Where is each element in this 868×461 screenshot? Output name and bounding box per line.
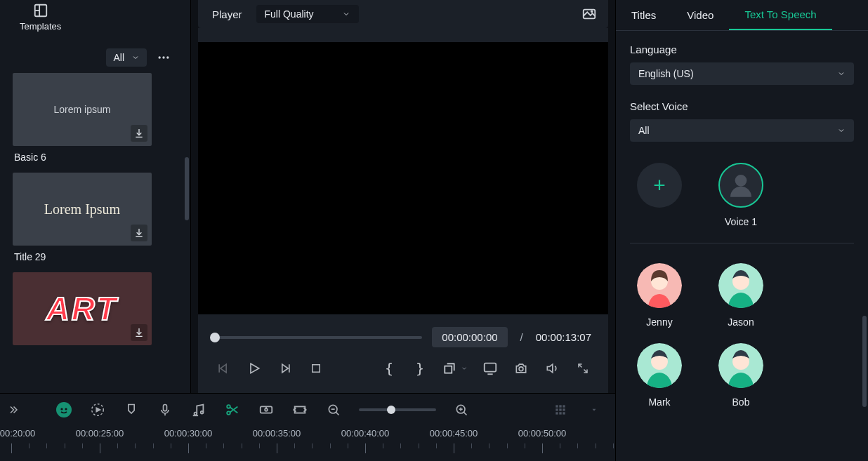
crop-dropdown[interactable] — [442, 361, 468, 375]
player-title: Player — [198, 8, 256, 20]
audio-sync-button[interactable] — [190, 401, 207, 418]
transport-bar: 00:00:00:00 / 00:00:13:07 { } — [198, 314, 608, 393]
fit-width-button[interactable] — [291, 401, 308, 418]
ai-assistant-button[interactable] — [55, 401, 72, 418]
timeline-toolbar — [0, 393, 615, 425]
filter-dropdown[interactable]: All — [106, 48, 147, 67]
template-preview-text: ART — [46, 290, 119, 328]
voice-name: Jenny — [646, 316, 672, 328]
left-top-nav: Templates — [0, 0, 190, 42]
template-card[interactable]: ART — [13, 272, 152, 345]
svg-rect-66 — [563, 412, 565, 414]
voice-filter-selected: All — [638, 125, 650, 136]
voice-card[interactable]: Voice 1 — [716, 163, 766, 227]
current-time: 00:00:00:00 — [432, 327, 507, 347]
marker-button[interactable] — [123, 401, 140, 418]
effects-button[interactable] — [89, 401, 106, 418]
scrollbar[interactable] — [862, 316, 867, 407]
zoom-slider[interactable] — [359, 408, 436, 411]
templates-icon — [33, 3, 48, 18]
quality-dropdown[interactable]: Full Quality — [256, 5, 359, 23]
ruler-tick-label: 00:00:20:00 — [0, 428, 35, 439]
display-button[interactable] — [482, 360, 499, 377]
divider — [630, 243, 854, 243]
video-viewport[interactable] — [198, 42, 608, 314]
zoom-out-button[interactable] — [325, 401, 342, 418]
track-view-dropdown[interactable] — [586, 401, 603, 418]
timeline-ruler[interactable]: 00:00:20:0000:00:25:0000:00:30:0000:00:3… — [0, 425, 615, 459]
download-icon[interactable] — [131, 324, 147, 341]
zoom-in-button[interactable] — [453, 401, 470, 418]
templates-label: Templates — [20, 21, 61, 32]
template-card[interactable]: Lorem Ipsum Title 29 — [13, 173, 152, 268]
voice-card[interactable]: Bob — [716, 343, 766, 408]
tab-text-to-speech[interactable]: Text To Speech — [729, 0, 831, 30]
speed-button[interactable] — [258, 401, 275, 418]
voice-avatar-icon — [718, 163, 763, 208]
template-thumbnail: Lorem Ipsum — [13, 173, 152, 246]
svg-rect-18 — [485, 363, 497, 372]
template-preview-text: Lorem ipsum — [54, 104, 111, 115]
templates-nav-item[interactable]: Templates — [20, 3, 61, 32]
download-icon[interactable] — [131, 125, 147, 142]
transport-controls: { } — [215, 347, 591, 377]
custom-voice-row: + Voice 1 — [630, 157, 854, 243]
template-card[interactable]: Lorem ipsum Basic 6 — [13, 73, 152, 168]
svg-rect-59 — [559, 405, 561, 407]
split-button[interactable] — [224, 401, 241, 418]
camera-button[interactable] — [513, 360, 530, 377]
timeline-panel: 00:00:20:0000:00:25:0000:00:30:0000:00:3… — [0, 393, 615, 461]
template-label: Basic 6 — [13, 146, 152, 168]
template-thumbnail: Lorem ipsum — [13, 73, 152, 146]
track-view-button[interactable] — [552, 401, 569, 418]
chevron-down-icon — [837, 126, 846, 135]
svg-point-5 — [166, 56, 169, 58]
svg-marker-67 — [593, 408, 596, 410]
svg-point-33 — [56, 402, 72, 417]
mark-out-button[interactable]: } — [412, 360, 428, 377]
voiceover-button[interactable] — [157, 401, 173, 418]
voice-card[interactable]: Jenny — [634, 263, 685, 328]
svg-rect-64 — [555, 412, 558, 414]
duration: 00:00:13:07 — [536, 331, 591, 343]
tab-video[interactable]: Video — [671, 0, 729, 30]
svg-rect-60 — [563, 405, 565, 407]
svg-rect-62 — [559, 408, 561, 410]
play-button[interactable] — [246, 360, 263, 377]
stop-button[interactable] — [308, 360, 324, 377]
voice-card[interactable]: Mark — [634, 343, 685, 408]
preset-voice-row: Mark Bob — [630, 343, 854, 423]
download-icon[interactable] — [131, 225, 147, 241]
expand-toolbar-button[interactable] — [4, 401, 21, 418]
template-label: Title 29 — [13, 246, 152, 268]
voice-name: Mark — [648, 396, 670, 408]
seek-slider[interactable] — [215, 336, 422, 339]
svg-marker-14 — [282, 364, 288, 373]
add-voice-button[interactable]: + — [634, 163, 685, 227]
voice-card[interactable]: Jason — [716, 263, 766, 328]
prev-frame-button[interactable] — [215, 360, 232, 377]
svg-rect-58 — [555, 405, 558, 407]
templates-list: Lorem ipsum Basic 6 Lorem Ipsum Title 29… — [0, 73, 190, 393]
right-panel: Titles Video Text To Speech Language Eng… — [615, 0, 868, 461]
select-voice-label: Select Voice — [630, 100, 854, 112]
svg-point-40 — [195, 412, 197, 415]
tab-titles[interactable]: Titles — [616, 0, 671, 30]
svg-rect-17 — [445, 366, 452, 373]
language-selected: English (US) — [638, 68, 694, 79]
svg-point-20 — [519, 367, 523, 371]
left-toolbar: All — [0, 42, 190, 73]
avatar-icon — [637, 343, 682, 388]
next-frame-button[interactable] — [277, 360, 294, 377]
voice-filter-dropdown[interactable]: All — [630, 119, 854, 142]
svg-point-24 — [735, 175, 747, 187]
mark-in-button[interactable]: { — [381, 360, 397, 377]
language-dropdown[interactable]: English (US) — [630, 62, 854, 85]
volume-button[interactable] — [544, 360, 560, 377]
ruler-tick-label: 00:00:30:00 — [164, 428, 213, 439]
snapshot-button[interactable] — [580, 5, 598, 23]
more-options-button[interactable] — [152, 46, 175, 69]
svg-marker-11 — [221, 364, 226, 373]
scrollbar[interactable] — [185, 157, 189, 220]
fullscreen-button[interactable] — [574, 360, 591, 377]
